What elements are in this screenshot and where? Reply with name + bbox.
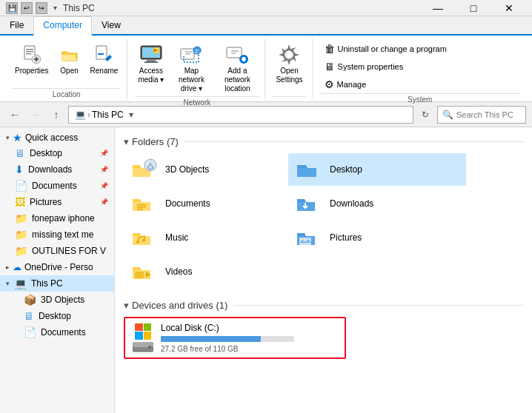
folder-item-documents[interactable]: Documents	[124, 187, 287, 220]
undo-icon[interactable]: ↩	[21, 2, 33, 14]
pictures-label: Pictures	[30, 197, 96, 207]
uninstall-button[interactable]: 🗑 Uninstall or change a program	[320, 41, 451, 56]
system-group-label: System	[320, 93, 520, 104]
sidebar-item-documents-sub[interactable]: 📄 Documents	[0, 324, 114, 340]
properties-button[interactable]: Properties	[12, 41, 52, 77]
sidebar-quick-access-header[interactable]: ▾ ★ Quick access	[0, 130, 114, 145]
sidebar-section-onedrive: ▸ ☁ OneDrive - Perso	[0, 261, 114, 274]
sidebar-item-missing[interactable]: 📁 missing text me	[0, 226, 114, 243]
sidebar-item-desktop[interactable]: 🖥 Desktop 📌	[0, 145, 114, 161]
address-dropdown-button[interactable]: ▾	[124, 110, 139, 120]
desktop-folder-icon	[294, 156, 324, 183]
pin-icon-pic: 📌	[100, 198, 108, 206]
maximize-button[interactable]: □	[456, 0, 491, 16]
open-settings-label: Open Settings	[276, 67, 302, 84]
svg-rect-21	[242, 58, 246, 60]
folder-item-pictures[interactable]: Pictures	[288, 221, 466, 254]
uninstall-label: Uninstall or change a program	[338, 44, 447, 53]
up-button[interactable]: ↑	[47, 106, 65, 124]
missing-label: missing text me	[32, 229, 108, 240]
onedrive-cloud-icon: ☁	[13, 262, 21, 272]
desktop-folder-name: Desktop	[330, 164, 362, 175]
rename-button[interactable]: Rename	[87, 41, 122, 77]
location-group-label: Location	[12, 88, 121, 98]
fonepaw-icon: 📁	[15, 212, 27, 224]
onedrive-label: OneDrive - Perso	[24, 262, 108, 272]
sidebar-item-pictures[interactable]: 🖼 Pictures 📌	[0, 194, 114, 210]
documents-sub-label: Documents	[41, 327, 108, 338]
add-network-button[interactable]: Add a network location	[216, 41, 259, 95]
device-bar-container	[161, 336, 294, 342]
folder-item-downloads[interactable]: Downloads	[288, 187, 466, 220]
pictures-folder-name: Pictures	[330, 232, 362, 243]
3d-objects-icon: 📦	[24, 294, 36, 306]
music-folder-name: Music	[165, 232, 188, 243]
3d-folder-icon	[130, 156, 159, 183]
pictures-big-icon	[294, 224, 324, 251]
manage-button[interactable]: ⚙ Manage	[320, 77, 451, 92]
devices-section-header: ▾ Devices and drives (1)	[124, 300, 523, 311]
pin-icon-dl: 📌	[100, 166, 108, 173]
tab-computer[interactable]: Computer	[33, 16, 92, 36]
missing-icon: 📁	[15, 229, 27, 241]
svg-point-37	[148, 346, 151, 349]
search-input[interactable]	[456, 110, 516, 119]
sidebar-item-desktop-sub[interactable]: 🖥 Desktop	[0, 308, 114, 324]
svg-rect-2	[26, 51, 33, 53]
add-network-label: Add a network location	[219, 67, 256, 93]
folder-item-videos[interactable]: Videos	[124, 255, 287, 288]
folder-item-desktop[interactable]: Desktop	[288, 153, 466, 186]
open-settings-button[interactable]: Open Settings	[273, 41, 305, 86]
documents-label: Documents	[32, 181, 96, 191]
access-media-button[interactable]: Access media ▾	[135, 41, 167, 86]
close-button[interactable]: ✕	[492, 0, 526, 16]
tab-file[interactable]: File	[0, 16, 33, 34]
quick-access-star-icon: ★	[13, 132, 22, 144]
this-pc-icon: 💻	[14, 278, 27, 289]
documents-folder-icon: 📄	[15, 180, 27, 192]
folders-divider	[184, 141, 523, 142]
downloads-icon: ⬇	[15, 164, 24, 175]
forward-button[interactable]: →	[27, 106, 44, 124]
rename-label: Rename	[90, 67, 119, 75]
folder-item-music[interactable]: Music	[124, 221, 287, 254]
folder-item-3d-objects[interactable]: 3D Objects	[124, 153, 287, 186]
svg-rect-11	[147, 59, 156, 61]
sidebar-item-fonepaw[interactable]: 📁 fonepaw iphone	[0, 210, 114, 226]
sidebar-item-3d-objects[interactable]: 📦 3D Objects	[0, 292, 114, 308]
sidebar-this-pc-header[interactable]: ▾ 💻 This PC	[0, 275, 114, 292]
quick-access-label: Quick access	[25, 132, 78, 143]
desktop-label: Desktop	[30, 148, 96, 158]
refresh-button[interactable]: ↻	[416, 106, 434, 124]
svg-rect-1	[26, 49, 33, 50]
open-button[interactable]: Open	[55, 41, 84, 77]
tab-view[interactable]: View	[92, 16, 130, 34]
back-button[interactable]: ←	[6, 106, 24, 124]
sidebar-item-documents[interactable]: 📄 Documents 📌	[0, 178, 114, 194]
svg-point-32	[301, 238, 303, 241]
downloads-big-icon	[294, 190, 324, 217]
system-properties-button[interactable]: 🖥 System properties	[320, 59, 451, 74]
uninstall-icon: 🗑	[325, 43, 335, 55]
open-label: Open	[60, 67, 78, 75]
save-icon[interactable]: 💾	[6, 2, 18, 14]
system-props-icon: 🖥	[325, 61, 335, 73]
search-box[interactable]: 🔍	[437, 106, 526, 124]
window-controls: — □ ✕	[421, 0, 526, 16]
documents-big-icon	[130, 190, 159, 217]
sidebar-item-outlines[interactable]: 📁 OUTLINES FOR V	[0, 243, 114, 259]
desktop-sub-icon: 🖥	[24, 310, 34, 322]
minimize-button[interactable]: —	[421, 0, 455, 16]
map-network-button[interactable]: Z: Map network drive ▾	[170, 41, 213, 95]
sidebar-onedrive-header[interactable]: ▸ ☁ OneDrive - Perso	[0, 261, 114, 274]
system-props-label: System properties	[338, 62, 404, 71]
svg-rect-3	[26, 53, 31, 55]
map-network-icon: Z:	[179, 43, 203, 67]
redo-icon[interactable]: ↪	[36, 2, 47, 14]
address-bar[interactable]: 💻 › This PC ▾	[68, 106, 413, 124]
chevron-down-this-pc: ▾	[6, 280, 10, 287]
main-area: ▾ ★ Quick access 🖥 Desktop 📌 ⬇ Downloads…	[0, 127, 532, 413]
settings-icon	[277, 43, 301, 67]
sidebar-item-downloads[interactable]: ⬇ Downloads 📌	[0, 161, 114, 178]
device-item-local-disk[interactable]: Local Disk (C:) 27.2 GB free of 110 GB	[124, 317, 346, 359]
